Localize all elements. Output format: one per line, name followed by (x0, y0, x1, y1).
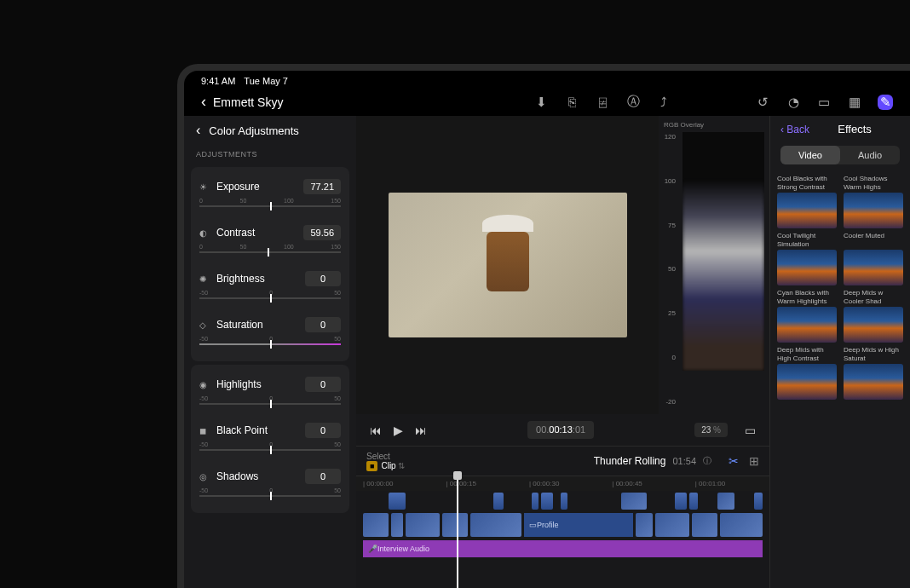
adj-slider[interactable]: -50050 (199, 441, 341, 458)
adj-label: Shadows (216, 470, 258, 482)
profile-clip[interactable]: ▭ Profile (524, 513, 633, 537)
import-icon[interactable]: ⬇ (533, 95, 549, 110)
adjustment-exposure: ☀ Exposure 77.21 050100150 (191, 172, 349, 218)
adj-value[interactable]: 0 (305, 377, 341, 392)
adj-label: Brightness (216, 273, 265, 285)
scope-label: RGB Overlay (664, 121, 764, 129)
device-frame: 9:41 AM Tue May 7 ‹ Emmett Skyy ⬇ ⎘ ⍯ Ⓐ … (177, 64, 910, 588)
clip-selector[interactable]: ■Clip ⇅ (366, 461, 405, 470)
timecode-display[interactable]: 00.00:13:01 (527, 421, 594, 439)
adj-slider[interactable]: -50050 (199, 395, 341, 412)
status-bar: 9:41 AM Tue May 7 (184, 71, 910, 88)
info-icon[interactable]: ⓘ (703, 455, 711, 467)
adj-label: Contrast (216, 227, 255, 239)
panel-back-button[interactable]: ‹ (196, 123, 200, 138)
panel-title: Color Adjustments (209, 124, 299, 137)
video-preview[interactable] (356, 116, 659, 414)
effect-preset[interactable]: Deep Mids w Cooler Shad (844, 289, 903, 343)
prev-frame-button[interactable]: ⏮ (370, 424, 382, 437)
next-frame-button[interactable]: ⏭ (415, 424, 427, 437)
scope-panel: RGB Overlay 1201007550250-20 (659, 116, 769, 414)
center-pane: RGB Overlay 1201007550250-20 ⏮ ▶ ⏭ 00.00… (356, 116, 769, 588)
adj-label: Exposure (216, 181, 260, 193)
rgb-waveform (682, 132, 764, 371)
audio-clip[interactable]: 🎤 Interview Audio (363, 540, 763, 557)
effect-preset[interactable]: Cool Blacks with Strong Contrast (777, 175, 837, 228)
timeline: Select ■Clip ⇅ Thunder Rolling 01:54 ⓘ ✂… (356, 446, 769, 588)
camera-icon[interactable]: ⎘ (564, 95, 579, 110)
adj-slider[interactable]: -50050 (199, 336, 341, 353)
display-options-icon[interactable]: ▭ (745, 424, 756, 437)
play-button[interactable]: ▶ (394, 424, 403, 437)
adj-value[interactable]: 0 (305, 423, 341, 438)
effect-preset[interactable]: Deep Mids with High Contrast (777, 346, 837, 400)
brightness-icon: ✺ (199, 274, 211, 284)
contrast-icon: ◐ (199, 228, 211, 238)
adjustment-saturation: ◇ Saturation 0 -50050 (191, 310, 349, 356)
effects-tabs: Video Audio (780, 146, 900, 164)
scope-icon[interactable]: ◔ (786, 95, 801, 110)
effects-toggle-icon[interactable]: ✎ (878, 95, 893, 110)
status-time: 9:41 AM (201, 76, 235, 86)
adj-value[interactable]: 0 (305, 317, 341, 332)
transport-bar: ⏮ ▶ ⏭ 00.00:13:01 23 % ▭ (356, 414, 769, 446)
back-button[interactable]: ‹ (201, 93, 206, 111)
adj-slider[interactable]: 050100150 (199, 244, 341, 261)
timeline-duration: 01:54 (672, 456, 696, 466)
timeline-tracks[interactable]: ▭ Profile 🎤 Interview Audio (356, 491, 769, 585)
adjustment-highlights: ◉ Highlights 0 -50050 (191, 370, 349, 416)
effect-preset[interactable]: Cool Twilight Simulation (777, 232, 837, 285)
highlights-icon: ◉ (199, 380, 211, 389)
marker-icon[interactable]: Ⓐ (625, 95, 641, 110)
adj-value[interactable]: 0 (305, 271, 341, 286)
effect-preset[interactable]: Cooler Muted (844, 232, 903, 285)
exposure-icon: ☀ (199, 182, 211, 192)
adjustments-sidebar: ‹ Color Adjustments ADJUSTMENTS ☀ Exposu… (184, 116, 356, 588)
shadows-icon: ◎ (199, 472, 211, 481)
zoom-percent[interactable]: 23 % (694, 423, 728, 437)
effects-title: Effects (838, 123, 872, 135)
project-title: Emmett Skyy (213, 95, 283, 109)
adj-value[interactable]: 59.56 (303, 225, 341, 240)
adj-value[interactable]: 77.21 (303, 179, 341, 194)
adj-slider[interactable]: -50050 (199, 487, 341, 504)
adj-label: Saturation (216, 319, 263, 331)
mic-icon[interactable]: ⍯ (595, 95, 610, 110)
effect-preset[interactable]: Cool Shadows Warm Highs (844, 175, 903, 228)
effect-preset[interactable]: Cyan Blacks with Warm Highlights (777, 289, 837, 343)
share-icon[interactable]: ⤴ (656, 95, 671, 110)
tools-icon[interactable]: ⊞ (749, 454, 759, 468)
section-label: ADJUSTMENTS (184, 145, 356, 164)
media-icon[interactable]: ▦ (847, 95, 862, 110)
tab-audio[interactable]: Audio (840, 146, 900, 164)
timeline-title: Thunder Rolling (594, 455, 666, 467)
top-nav: ‹ Emmett Skyy ⬇ ⎘ ⍯ Ⓐ ⤴ ↺ ◔ ▭ ▦ ✎ (184, 88, 910, 116)
timeline-ruler[interactable]: | 00:00:00| 00:00:15| 00:00:30| 00:00:45… (356, 476, 769, 491)
effect-preset[interactable]: Deep Mids w High Saturat (844, 346, 903, 400)
effects-panel: ‹ Back Effects Video Audio Cool Blacks w… (769, 116, 910, 588)
adj-label: Black Point (216, 424, 268, 436)
adjustment-brightness: ✺ Brightness 0 -50050 (191, 264, 349, 310)
tab-video[interactable]: Video (780, 146, 840, 164)
effects-back-button[interactable]: ‹ Back (780, 124, 809, 135)
adjustment-contrast: ◐ Contrast 59.56 050100150 (191, 218, 349, 264)
adj-slider[interactable]: -50050 (199, 290, 341, 307)
history-icon[interactable]: ↺ (755, 95, 770, 110)
adj-label: Highlights (216, 378, 262, 390)
playhead[interactable] (457, 476, 458, 588)
saturation-icon: ◇ (199, 320, 211, 330)
adjustment-shadows: ◎ Shadows 0 -50050 (191, 462, 349, 508)
select-label: Select (366, 452, 405, 461)
adjustment-black-point: ◼ Black Point 0 -50050 (191, 416, 349, 462)
status-date: Tue May 7 (244, 76, 288, 86)
black point-icon: ◼ (199, 426, 211, 435)
trim-icon[interactable]: ✂ (729, 454, 739, 468)
adj-slider[interactable]: 050100150 (199, 198, 341, 215)
captions-icon[interactable]: ▭ (816, 95, 832, 110)
adj-value[interactable]: 0 (305, 469, 341, 484)
